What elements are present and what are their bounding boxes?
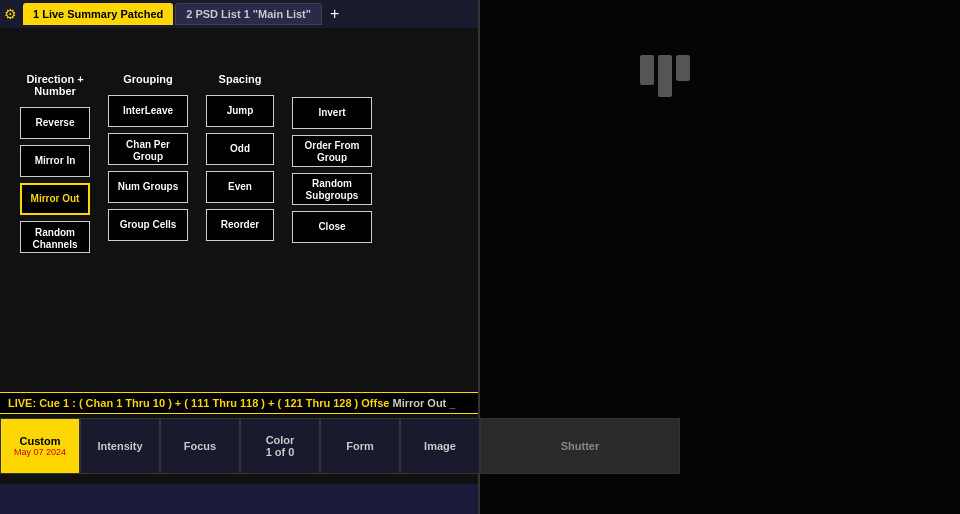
tab-custom[interactable]: Custom May 07 2024	[0, 418, 80, 474]
grouping-title: Grouping	[123, 73, 173, 85]
interleave-button[interactable]: InterLeave	[108, 95, 188, 127]
tab-form[interactable]: Form	[320, 418, 400, 474]
order-from-group-button[interactable]: Order From Group	[292, 135, 372, 167]
bottom-strip	[0, 484, 478, 514]
tab-focus[interactable]: Focus	[160, 418, 240, 474]
jump-button[interactable]: Jump	[206, 95, 274, 127]
tab-image[interactable]: Image	[400, 418, 480, 474]
mirror-out-button[interactable]: Mirror Out	[20, 183, 90, 215]
col-bar-3	[676, 55, 690, 81]
tab-add-button[interactable]: +	[324, 5, 345, 23]
shutter-tab[interactable]: Shutter	[480, 418, 680, 474]
left-panel: ⚙ 1 Live Summary Patched 2 PSD List 1 "M…	[0, 0, 480, 514]
bottom-tabs: Custom May 07 2024 Intensity Focus Color…	[0, 418, 480, 474]
tab-color[interactable]: Color 1 of 0	[240, 418, 320, 474]
tab-bar: ⚙ 1 Live Summary Patched 2 PSD List 1 "M…	[0, 0, 478, 28]
spacing-section: Spacing Jump Odd Even Reorder	[206, 73, 274, 241]
tab-psd-list[interactable]: 2 PSD List 1 "Main List"	[175, 3, 322, 25]
chan-per-group-button[interactable]: Chan Per Group	[108, 133, 188, 165]
num-groups-button[interactable]: Num Groups	[108, 171, 188, 203]
extra-section: Invert Order From Group Random Subgroups…	[292, 97, 372, 243]
reorder-button[interactable]: Reorder	[206, 209, 274, 241]
reverse-button[interactable]: Reverse	[20, 107, 90, 139]
direction-section: Direction + Number Reverse Mirror In Mir…	[20, 73, 90, 253]
even-button[interactable]: Even	[206, 171, 274, 203]
grouping-section: Grouping InterLeave Chan Per Group Num G…	[108, 73, 188, 241]
random-subgroups-button[interactable]: Random Subgroups	[292, 173, 372, 205]
col-bar-2	[658, 55, 672, 97]
random-channels-button[interactable]: Random Channels	[20, 221, 90, 253]
main-controls: Direction + Number Reverse Mirror In Mir…	[0, 28, 478, 263]
invert-button[interactable]: Invert	[292, 97, 372, 129]
live-cue-text: LIVE: Cue 1 : ( Chan 1 Thru 10 ) + ( 111…	[8, 397, 389, 409]
mirror-out-label: Mirror Out _	[393, 397, 456, 409]
col-indicators	[640, 55, 690, 97]
close-button[interactable]: Close	[292, 211, 372, 243]
spacing-title: Spacing	[219, 73, 262, 85]
live-cue-bar: LIVE: Cue 1 : ( Chan 1 Thru 10 ) + ( 111…	[0, 392, 478, 414]
gear-icon[interactable]: ⚙	[4, 6, 17, 22]
direction-title: Direction + Number	[26, 73, 83, 97]
group-cells-button[interactable]: Group Cells	[108, 209, 188, 241]
mirror-in-button[interactable]: Mirror In	[20, 145, 90, 177]
tab-intensity[interactable]: Intensity	[80, 418, 160, 474]
odd-button[interactable]: Odd	[206, 133, 274, 165]
col-bar-1	[640, 55, 654, 85]
controls-row: Direction + Number Reverse Mirror In Mir…	[20, 73, 458, 253]
tab-live-summary[interactable]: 1 Live Summary Patched	[23, 3, 173, 25]
